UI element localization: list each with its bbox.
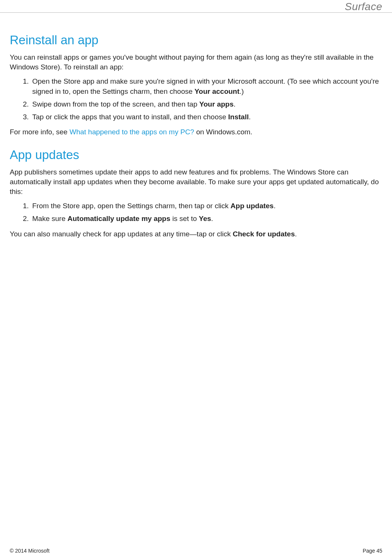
bold-check-for-updates: Check for updates <box>233 230 295 238</box>
step-text: . <box>211 215 213 222</box>
footer-copyright: © 2014 Microsoft <box>10 548 49 554</box>
step-text: Make sure <box>32 215 67 222</box>
step-text: . <box>233 100 235 108</box>
brand-logo: Surface <box>345 1 382 13</box>
document-page: Surface Reinstall an app You can reinsta… <box>0 0 392 556</box>
step-text: . <box>249 113 251 121</box>
bold-your-apps: Your apps <box>199 100 234 108</box>
bold-install: Install <box>228 113 249 121</box>
step-text: . <box>274 202 275 210</box>
footer-page-number: Page 45 <box>363 548 382 554</box>
text: You can also manually check for app upda… <box>10 230 233 238</box>
heading-reinstall-an-app: Reinstall an app <box>10 33 382 47</box>
page-header: Surface <box>0 0 392 13</box>
text: . <box>295 230 297 238</box>
step-text: is set to <box>171 215 199 222</box>
step-text: .) <box>239 87 244 95</box>
text: For more info, see <box>10 128 69 136</box>
paragraph-updates-intro: App publishers sometimes update their ap… <box>10 167 382 197</box>
step-item: Make sure Automatically update my apps i… <box>31 214 382 224</box>
step-item: From the Store app, open the Settings ch… <box>31 201 382 211</box>
bold-yes: Yes <box>199 215 211 222</box>
paragraph-reinstall-intro: You can reinstall apps or games you've b… <box>10 53 382 72</box>
bold-auto-update: Automatically update my apps <box>67 215 171 222</box>
paragraph-updates-outro: You can also manually check for app upda… <box>10 229 382 239</box>
page-content: Reinstall an app You can reinstall apps … <box>10 23 382 243</box>
heading-app-updates: App updates <box>10 148 382 162</box>
step-text: From the Store app, open the Settings ch… <box>32 202 230 210</box>
paragraph-reinstall-outro: For more info, see What happened to the … <box>10 127 382 137</box>
text: on Windows.com. <box>194 128 252 136</box>
steps-updates: From the Store app, open the Settings ch… <box>10 201 382 224</box>
step-item: Swipe down from the top of the screen, a… <box>31 99 382 109</box>
step-item: Tap or click the apps that you want to i… <box>31 112 382 122</box>
step-item: Open the Store app and make sure you're … <box>31 77 382 96</box>
bold-app-updates: App updates <box>230 202 274 210</box>
step-text: Swipe down from the top of the screen, a… <box>32 100 199 108</box>
steps-reinstall: Open the Store app and make sure you're … <box>10 77 382 122</box>
link-what-happened-to-apps[interactable]: What happened to the apps on my PC? <box>69 128 194 136</box>
bold-your-account: Your account <box>195 87 239 95</box>
step-text: Tap or click the apps that you want to i… <box>32 113 228 121</box>
